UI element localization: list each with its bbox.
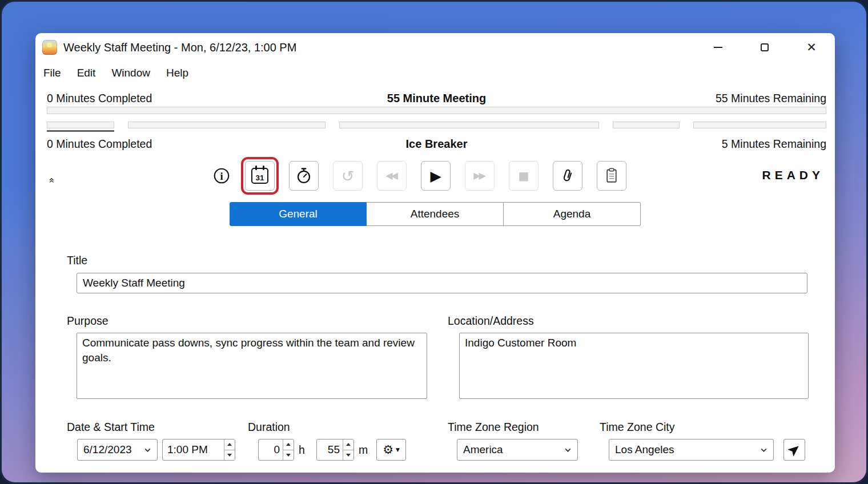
spinner-arrows	[224, 439, 235, 460]
meeting-title-label: 55 Minute Meeting	[387, 92, 486, 105]
rewind-button[interactable]: ◀◀	[377, 161, 407, 191]
time-spinner[interactable]: 1:00 PM	[162, 439, 235, 461]
menu-help[interactable]: Help	[158, 64, 196, 82]
calendar-icon: 31	[251, 168, 268, 184]
chevron-down-icon	[760, 447, 767, 453]
timezone-region-select[interactable]: America	[457, 439, 578, 461]
time-value: 1:00 PM	[163, 439, 224, 460]
triangle-up-icon	[227, 443, 232, 446]
agenda-segment	[339, 122, 599, 128]
minimize-button[interactable]	[705, 38, 731, 57]
spinner-arrows	[283, 439, 294, 460]
tab-agenda[interactable]: Agenda	[504, 202, 641, 226]
duration-hours-value: 0	[259, 439, 283, 460]
reset-icon: ↺	[341, 168, 355, 184]
agenda-segment	[693, 122, 826, 128]
overall-completed-label: 0 Minutes Completed	[47, 92, 387, 105]
spin-up-button[interactable]	[224, 439, 235, 450]
play-icon: ▶	[430, 169, 441, 183]
agenda-segment	[128, 122, 326, 128]
chevron-down-icon	[564, 447, 572, 453]
rewind-icon: ◀◀	[385, 171, 396, 180]
overall-progress-bar	[47, 107, 826, 114]
info-button[interactable]: i	[212, 167, 231, 185]
tab-bar: General Attendees Agenda	[35, 202, 835, 226]
fast-forward-button[interactable]: ▶▶	[465, 161, 495, 191]
calendar-day-number: 31	[255, 174, 264, 182]
current-item-labels: 0 Minutes Completed Ice Breaker 5 Minute…	[47, 138, 826, 151]
title-input[interactable]	[77, 273, 807, 293]
maximize-button[interactable]	[752, 38, 778, 57]
progress-section: 0 Minutes Completed 55 Minute Meeting 55…	[47, 92, 826, 151]
calendar-button[interactable]: 31	[245, 161, 275, 191]
agenda-segment	[613, 122, 679, 128]
current-completed-label: 0 Minutes Completed	[47, 138, 406, 151]
current-item-title: Ice Breaker	[406, 138, 468, 151]
status-ready-label: READY	[762, 168, 824, 182]
caret-down-icon: ▼	[396, 447, 400, 453]
triangle-down-icon	[227, 454, 232, 457]
duration-settings-button[interactable]: ⚙ ▼	[376, 439, 406, 461]
close-icon: ✕	[806, 41, 817, 54]
svg-text:i: i	[220, 170, 223, 182]
notes-button[interactable]	[597, 161, 626, 191]
spin-down-button[interactable]	[283, 450, 294, 461]
locate-timezone-button[interactable]	[783, 439, 805, 461]
general-tab-form: Title Purpose Communicate pass downs, sy…	[35, 244, 835, 473]
titlebar[interactable]: Weekly Staff Meeting - Mon, 6/12/23, 1:0…	[35, 33, 835, 62]
toolbar-buttons: i 31 ↺ ◀◀	[212, 159, 626, 193]
date-select[interactable]: 6/12/2023	[77, 439, 158, 461]
spin-up-button[interactable]	[283, 439, 294, 450]
overall-progress-labels: 0 Minutes Completed 55 Minute Meeting 55…	[47, 92, 826, 105]
timezone-region-label: Time Zone Region	[448, 421, 539, 434]
attachment-button[interactable]	[553, 161, 582, 191]
purpose-textarea[interactable]: Communicate pass downs, sync progress wi…	[77, 333, 427, 399]
menu-edit[interactable]: Edit	[69, 64, 104, 82]
agenda-segment	[47, 122, 114, 128]
maximize-icon	[761, 43, 769, 51]
minutes-unit-label: m	[359, 443, 368, 457]
app-window: Weekly Staff Meeting - Mon, 6/12/23, 1:0…	[35, 33, 835, 473]
tab-attendees[interactable]: Attendees	[367, 202, 504, 226]
spin-up-button[interactable]	[343, 439, 353, 450]
timezone-city-label: Time Zone City	[600, 421, 674, 434]
timezone-region-value: America	[463, 443, 503, 456]
purpose-label: Purpose	[67, 314, 108, 328]
triangle-down-icon	[346, 454, 351, 457]
duration-minutes-value: 55	[317, 439, 343, 460]
triangle-up-icon	[346, 443, 351, 446]
duration-label: Duration	[248, 421, 290, 434]
calendar-highlight-ring: 31	[245, 161, 275, 191]
app-icon	[42, 40, 57, 55]
spin-down-button[interactable]	[224, 450, 235, 461]
menu-window[interactable]: Window	[103, 64, 158, 82]
collapse-chevrons-icon[interactable]: «	[46, 178, 58, 183]
location-textarea[interactable]: Indigo Customer Room	[459, 333, 809, 399]
close-button[interactable]: ✕	[798, 38, 825, 57]
toolbar: « i 31	[47, 159, 826, 193]
triangle-down-icon	[286, 454, 291, 457]
duration-hours-spinner[interactable]: 0	[258, 439, 294, 461]
play-button[interactable]: ▶	[421, 161, 451, 191]
hours-unit-label: h	[299, 443, 305, 457]
tab-general[interactable]: General	[230, 202, 367, 226]
stop-icon: ■	[519, 170, 529, 182]
stopwatch-icon	[295, 167, 313, 185]
info-icon: i	[212, 167, 231, 185]
timezone-city-value: Los Angeles	[615, 443, 674, 456]
window-controls: ✕	[705, 38, 825, 57]
gear-icon: ⚙	[383, 444, 393, 456]
chevron-down-icon	[144, 447, 151, 453]
reset-button[interactable]: ↺	[333, 161, 363, 191]
agenda-segment-bar	[47, 122, 826, 128]
timezone-city-select[interactable]: Los Angeles	[609, 439, 774, 461]
duration-minutes-spinner[interactable]: 55	[316, 439, 354, 461]
menu-file[interactable]: File	[35, 64, 69, 82]
stop-button[interactable]: ■	[509, 161, 539, 191]
desktop-background: Weekly Staff Meeting - Mon, 6/12/23, 1:0…	[0, 0, 868, 484]
spinner-arrows	[343, 439, 353, 460]
spin-down-button[interactable]	[343, 450, 353, 461]
timer-button[interactable]	[289, 161, 319, 191]
overall-remaining-label: 55 Minutes Remaining	[486, 92, 826, 105]
paperclip-icon	[557, 165, 578, 187]
